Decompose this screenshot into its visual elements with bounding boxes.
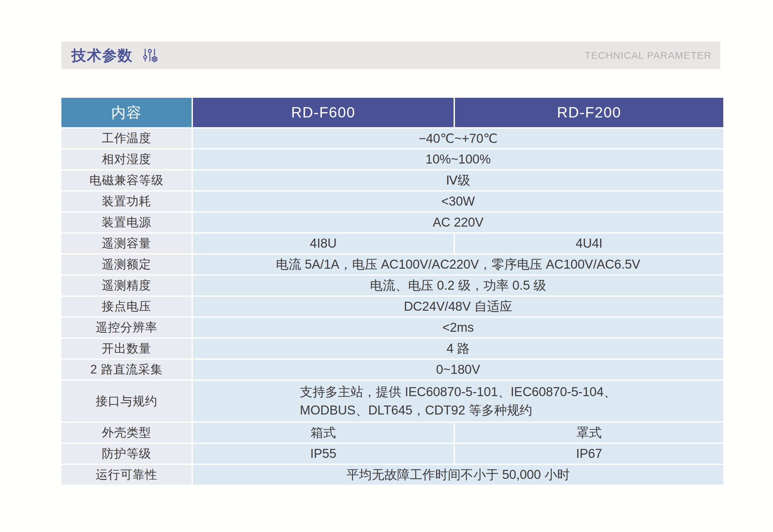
table-row: 开出数量4 路 (61, 339, 723, 358)
table-row: 外壳类型箱式罩式 (61, 423, 723, 443)
row-label: 相对湿度 (61, 150, 192, 169)
row-label: 装置功耗 (61, 192, 192, 211)
row-value: −40℃~+70℃ (193, 128, 723, 148)
row-value-rd-f600: 4I8U (193, 234, 454, 253)
table-row: 装置电源AC 220V (61, 213, 723, 232)
table-row: 相对湿度10%~100% (61, 150, 723, 169)
row-label: 开出数量 (61, 339, 192, 358)
datasheet-page: 技术参数 TECHNICAL PARAMETER 内容 RD-F600 RD-F… (0, 0, 773, 532)
sliders-gear-icon (141, 47, 158, 64)
row-value-multiline: 支持多主站，提供 IEC60870-5-101、IEC60870-5-104、M… (193, 381, 723, 422)
table-row: 装置功耗<30W (61, 192, 723, 211)
value-lines: 支持多主站，提供 IEC60870-5-101、IEC60870-5-104、M… (300, 383, 616, 420)
table-row: 遥测额定电流 5A/1A，电压 AC100V/AC220V，零序电压 AC100… (61, 255, 723, 274)
table-row: 运行可靠性平均无故障工作时间不小于 50,000 小时 (61, 465, 723, 485)
table-row: 接点电压DC24V/48V 自适应 (61, 297, 723, 316)
row-value: 4 路 (193, 339, 723, 358)
row-label: 运行可靠性 (61, 465, 192, 485)
row-label: 装置电源 (61, 213, 192, 232)
row-value: DC24V/48V 自适应 (193, 297, 723, 316)
table-header-row: 内容 RD-F600 RD-F200 (61, 98, 723, 127)
row-label: 遥测容量 (61, 234, 192, 253)
row-label: 2 路直流采集 (61, 360, 192, 379)
row-value-rd-f200: 4U4I (455, 234, 723, 253)
table-header-content: 内容 (61, 98, 192, 127)
row-value: Ⅳ级 (193, 171, 723, 190)
row-value: 电流、电压 0.2 级，功率 0.5 级 (193, 276, 723, 295)
row-value: <30W (193, 192, 723, 211)
row-value: 电流 5A/1A，电压 AC100V/AC220V，零序电压 AC100V/AC… (193, 255, 723, 274)
section-title-en: TECHNICAL PARAMETER (584, 50, 712, 61)
row-label: 防护等级 (61, 444, 192, 464)
section-title: 技术参数 (71, 46, 133, 65)
row-value-rd-f200: 罩式 (455, 423, 723, 443)
row-value-rd-f200: IP67 (455, 444, 723, 464)
row-label: 遥测精度 (61, 276, 192, 295)
table-row: 工作温度−40℃~+70℃ (61, 128, 723, 148)
row-value: 10%~100% (193, 150, 723, 169)
table-row: 遥控分辨率<2ms (61, 318, 723, 337)
table-row: 遥测容量4I8U4U4I (61, 234, 723, 253)
value-line: MODBUS、DLT645，CDT92 等多种规约 (300, 401, 616, 420)
row-label: 遥控分辨率 (61, 318, 192, 337)
row-value-rd-f600: 箱式 (193, 423, 454, 443)
table-row: 2 路直流采集0~180V (61, 360, 723, 379)
row-label: 工作温度 (61, 128, 192, 148)
table-rows: 工作温度−40℃~+70℃相对湿度10%~100%电磁兼容等级Ⅳ级装置功耗<30… (61, 128, 723, 485)
row-label: 外壳类型 (61, 423, 192, 443)
section-header-band: 技术参数 TECHNICAL PARAMETER (61, 42, 720, 69)
row-value: <2ms (193, 318, 723, 337)
table-header-rd-f200: RD-F200 (455, 98, 723, 127)
row-value: 平均无故障工作时间不小于 50,000 小时 (193, 465, 723, 485)
table-row: 遥测精度电流、电压 0.2 级，功率 0.5 级 (61, 276, 723, 295)
table-row: 防护等级IP55IP67 (61, 444, 723, 464)
row-label: 接口与规约 (61, 381, 192, 422)
row-value: 0~180V (193, 360, 723, 379)
table-header-rd-f600: RD-F600 (193, 98, 454, 127)
table-row: 接口与规约支持多主站，提供 IEC60870-5-101、IEC60870-5-… (61, 381, 723, 422)
row-label: 遥测额定 (61, 255, 192, 274)
table-row: 电磁兼容等级Ⅳ级 (61, 171, 723, 190)
row-label: 接点电压 (61, 297, 192, 316)
row-label: 电磁兼容等级 (61, 171, 192, 190)
row-value: AC 220V (193, 213, 723, 232)
value-line: 支持多主站，提供 IEC60870-5-101、IEC60870-5-104、 (300, 383, 616, 401)
spec-table: 内容 RD-F600 RD-F200 工作温度−40℃~+70℃相对湿度10%~… (61, 98, 723, 485)
row-value-rd-f600: IP55 (193, 444, 454, 464)
